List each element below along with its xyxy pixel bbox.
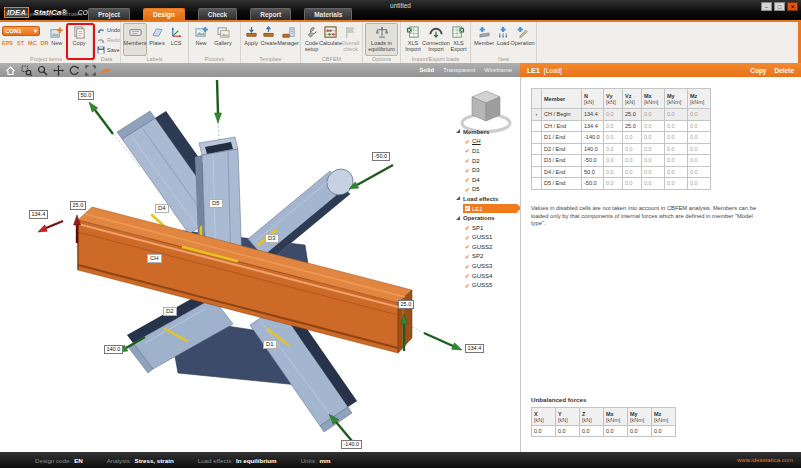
- table-row[interactable]: D3 / End-50.0 0.00.0 0.00.0 0.0: [532, 155, 711, 167]
- copy-item-button[interactable]: Copy: [68, 23, 90, 56]
- loads-in-equilibrium-button[interactable]: Loads in equilibrium: [365, 23, 398, 56]
- zoom-window-button[interactable]: [20, 64, 33, 76]
- internal-forces-table[interactable]: Member N[kN] Vy[kN] Vz[kN] Mx[kNm] My[kN…: [531, 88, 711, 190]
- labels-plates-button[interactable]: Plates: [147, 23, 167, 56]
- view-cube[interactable]: [462, 91, 510, 132]
- tree-header-load-effects[interactable]: Load effects: [456, 194, 520, 204]
- tree-item-d1[interactable]: ✔D1: [456, 146, 520, 156]
- panel-copy-button[interactable]: Copy: [750, 67, 766, 74]
- check-icon[interactable]: ✔: [465, 243, 470, 250]
- table-row[interactable]: D5 / End-50.0 0.00.0 0.00.0 0.0: [532, 178, 711, 190]
- home-view-button[interactable]: [4, 64, 17, 76]
- table-row[interactable]: CH / End134.4 0.025.0 0.00.0 0.0: [532, 120, 711, 132]
- view-mode-wireframe[interactable]: Wireframe: [484, 67, 512, 73]
- new-member-button[interactable]: Member: [473, 23, 495, 56]
- view-mode-solid[interactable]: Solid: [420, 67, 435, 73]
- check-icon[interactable]: ✔: [465, 253, 470, 260]
- labels-members-button[interactable]: Members: [123, 23, 147, 56]
- new-item-button[interactable]: New: [49, 23, 66, 56]
- picture-new-button[interactable]: New: [191, 23, 211, 56]
- mode-st[interactable]: ST: [17, 40, 24, 46]
- tree-header-operations[interactable]: Operations: [456, 213, 520, 223]
- member-label-d2[interactable]: D2: [163, 307, 177, 316]
- picture-gallery-button[interactable]: Gallery: [211, 23, 235, 56]
- website-link[interactable]: www.ideastatica.com: [737, 457, 793, 463]
- rotate-button[interactable]: [68, 64, 81, 76]
- 3d-model-scene[interactable]: [0, 77, 520, 452]
- undo-button[interactable]: Undo: [95, 25, 122, 35]
- check-icon[interactable]: ✔: [465, 186, 470, 193]
- connection-item-selector[interactable]: CON1 ▾: [2, 26, 40, 36]
- tab-check[interactable]: Check: [198, 8, 238, 20]
- mode-eps[interactable]: EPS: [2, 40, 13, 46]
- expander-icon: [456, 129, 460, 133]
- maximize-button[interactable]: □: [774, 2, 785, 11]
- tree-item-sp1[interactable]: ✔SP1: [456, 223, 520, 233]
- template-manager-button[interactable]: Manager: [278, 23, 298, 56]
- check-icon[interactable]: ✔: [465, 224, 470, 231]
- 3d-viewport[interactable]: D4 D5 D3 CH D2 D1 50.0 -50.0 134.4 25.0 …: [0, 77, 520, 452]
- mode-mc[interactable]: MC: [28, 40, 37, 46]
- tree-item-d4[interactable]: ✔D4: [456, 175, 520, 185]
- table-row[interactable]: D2 / End140.0 0.00.0 0.00.0 0.0: [532, 143, 711, 155]
- tab-report[interactable]: Report: [250, 8, 291, 20]
- render-paint-button[interactable]: [100, 64, 113, 76]
- template-create-button[interactable]: Create: [259, 23, 278, 56]
- panel-delete-button[interactable]: Delete: [774, 67, 794, 74]
- minimize-button[interactable]: –: [761, 2, 772, 11]
- mode-dr[interactable]: DR: [41, 40, 49, 46]
- new-load-button[interactable]: Load: [495, 23, 511, 56]
- redo-button[interactable]: Redo: [95, 35, 122, 45]
- code-setup-button[interactable]: Code setup: [303, 23, 320, 56]
- table-row[interactable]: D1 / End-140.0 0.00.0 0.00.0 0.0: [532, 132, 711, 144]
- table-row[interactable]: D4 / End50.0 0.00.0 0.00.0 0.0: [532, 166, 711, 178]
- tree-item-guss5[interactable]: ✔GUSS5: [456, 280, 520, 290]
- member-label-d4[interactable]: D4: [155, 204, 169, 213]
- tree-item-guss1[interactable]: ✔GUSS1: [456, 232, 520, 242]
- member-label-d3[interactable]: D3: [265, 234, 279, 243]
- check-icon[interactable]: ✔: [465, 147, 470, 154]
- check-icon[interactable]: ✔: [465, 263, 470, 270]
- member-label-ch[interactable]: CH: [147, 254, 162, 263]
- tree-item-d5[interactable]: ✔D5: [456, 185, 520, 195]
- new-operation-button[interactable]: Operation: [511, 23, 534, 56]
- tree-item-ch[interactable]: ✔CH: [456, 137, 520, 147]
- view-mode-transparent[interactable]: Transparent: [443, 67, 475, 73]
- zoom-button[interactable]: [36, 64, 49, 76]
- member-label-d5[interactable]: D5: [209, 199, 223, 208]
- table-row[interactable]: › CH / Begin134.4 0.025.0 0.00.0 0.0: [532, 109, 711, 121]
- status-units: Units:mm: [301, 457, 331, 464]
- check-icon[interactable]: ✔: [465, 272, 470, 279]
- check-icon[interactable]: ✔: [465, 167, 470, 174]
- check-icon[interactable]: ✔: [465, 138, 470, 145]
- load-value-d3: -50.0: [372, 152, 390, 161]
- check-icon[interactable]: ✔: [465, 234, 470, 241]
- check-icon[interactable]: ✔: [465, 176, 470, 183]
- tree-header-members[interactable]: Members: [456, 127, 520, 137]
- calculate-button[interactable]: Calculate: [320, 23, 341, 56]
- tab-project[interactable]: Project: [88, 8, 130, 20]
- tab-materials[interactable]: Materials: [304, 8, 352, 20]
- pan-button[interactable]: [52, 64, 65, 76]
- zoom-fit-button[interactable]: [84, 64, 97, 76]
- member-label-d1[interactable]: D1: [263, 340, 277, 349]
- tree-item-le1-selected[interactable]: ✔LE1: [463, 204, 517, 213]
- tree-item-d3[interactable]: ✔D3: [456, 165, 520, 175]
- xls-export-button[interactable]: XLS Export: [449, 23, 468, 56]
- connection-import-button[interactable]: Connection Import: [423, 23, 449, 56]
- tree-item-guss2[interactable]: ✔GUSS2: [456, 242, 520, 252]
- tree-item-guss3[interactable]: ✔GUSS3: [456, 261, 520, 271]
- close-button[interactable]: ✕: [787, 2, 798, 11]
- tree-item-guss4[interactable]: ✔GUSS4: [456, 271, 520, 281]
- labels-lcs-button[interactable]: LCS: [167, 23, 185, 56]
- overall-check-button[interactable]: Overall check: [341, 23, 360, 56]
- tree-item-sp2[interactable]: ✔SP2: [456, 252, 520, 262]
- xls-import-button[interactable]: XLS Import: [403, 23, 423, 56]
- checkbox-icon[interactable]: ✔: [465, 206, 470, 211]
- check-icon[interactable]: ✔: [465, 157, 470, 164]
- check-icon[interactable]: ✔: [465, 282, 470, 289]
- tab-design[interactable]: Design: [143, 8, 185, 20]
- template-apply-button[interactable]: Apply: [243, 23, 259, 56]
- save-button[interactable]: Save: [95, 45, 122, 55]
- tree-item-d2[interactable]: ✔D2: [456, 156, 520, 166]
